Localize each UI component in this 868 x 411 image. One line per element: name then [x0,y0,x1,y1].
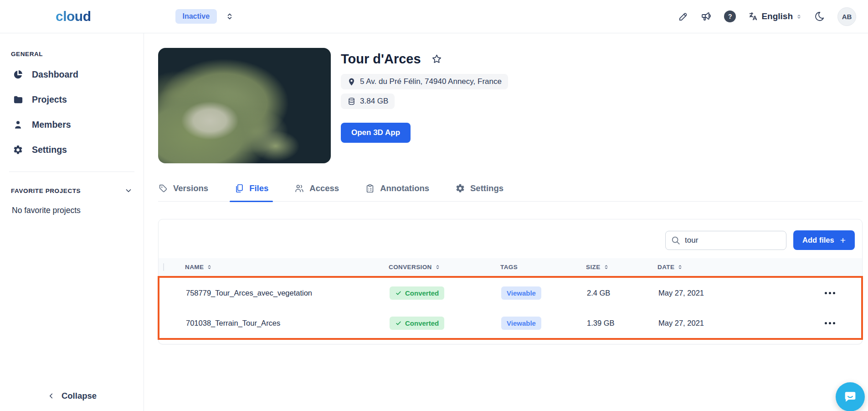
project-address: 5 Av. du Pré Félin, 74940 Annecy, France [360,77,502,86]
project-storage: 3.84 GB [360,97,388,106]
plus-icon: + [840,235,846,245]
project-meta: Tour d'Arces 5 Av. du Pré Félin, 74940 A… [341,48,508,163]
tab-label: Annotations [380,183,429,193]
column-header-name[interactable]: NAME [185,264,389,271]
file-name: 701038_Terrain_Tour_Arces [186,319,390,328]
project-header: Tour d'Arces 5 Av. du Pré Félin, 74940 A… [158,48,863,163]
file-size: 1.39 GB [587,319,658,328]
topbar-actions: ? English AB [678,7,856,26]
sort-icon [677,264,683,270]
gear-icon [455,183,465,193]
sort-icon [206,264,212,270]
tag-badge: Viewable [501,286,541,300]
add-files-label: Add files [802,236,834,245]
workspace-switch-chevrons-icon[interactable] [225,12,234,21]
language-switcher[interactable]: English [748,11,802,21]
check-icon [395,290,402,297]
file-date: May 27, 2021 [658,319,823,328]
add-files-button[interactable]: Add files + [793,230,855,250]
sidebar-item-label: Members [32,120,71,130]
row-actions-menu-icon[interactable] [823,288,837,298]
clipboard-icon [365,183,375,193]
language-chevrons-icon [796,14,802,20]
file-search [665,231,786,250]
topbar: cloud Inactive ? English AB [0,0,868,33]
tab-settings[interactable]: Settings [455,183,503,201]
gear-icon [13,145,23,155]
open-3d-app-button[interactable]: Open 3D App [341,123,411,143]
conversion-status-badge: Converted [390,317,444,330]
column-header-tags: TAGS [500,264,586,271]
tag-icon [158,183,168,193]
sidebar-collapse-button[interactable]: Collapse [0,391,144,401]
person-icon [13,120,23,130]
tab-label: Files [249,183,268,193]
sidebar-item-settings[interactable]: Settings [11,137,133,162]
chat-bubble-icon [843,390,858,404]
chat-widget-button[interactable] [836,382,865,411]
table-row[interactable]: 701038_Terrain_Tour_Arces Converted View… [159,308,861,338]
announcements-megaphone-icon[interactable] [701,11,712,22]
language-icon [748,11,758,21]
sidebar-item-label: Projects [32,94,67,105]
project-tabs: Versions Files Access Annotations Settin… [158,183,863,202]
dark-mode-moon-icon[interactable] [814,11,825,22]
tab-files[interactable]: Files [234,183,268,201]
sort-icon [603,264,609,270]
search-icon [671,235,681,245]
folder-icon [13,94,23,105]
sidebar-section-general: GENERAL [11,51,133,57]
sidebar-item-projects[interactable]: Projects [11,87,133,112]
file-date: May 27, 2021 [658,289,823,297]
map-pin-icon [347,78,356,86]
language-label: English [761,11,793,21]
user-avatar[interactable]: AB [837,7,856,26]
workspace-selector: Inactive [175,9,235,24]
files-panel: Add files + NAME CONVERSION TAGS [158,219,863,344]
page-title: Tour d'Arces [341,52,421,67]
project-thumbnail [158,48,331,163]
status-badge[interactable]: Inactive [175,9,217,24]
app-logo: cloud [56,9,91,24]
favorites-empty-text: No favorite projects [11,206,133,215]
sidebar-item-members[interactable]: Members [11,112,133,137]
column-header-size[interactable]: SIZE [586,264,657,271]
table-row[interactable]: 758779_Tour_Arces_avec_vegetation Conver… [159,278,861,308]
tag-badge: Viewable [501,317,541,330]
files-icon [234,183,244,193]
search-input[interactable] [665,231,786,250]
row-actions-menu-icon[interactable] [823,318,837,328]
tab-access[interactable]: Access [294,183,339,201]
tab-annotations[interactable]: Annotations [365,183,429,201]
table-header: NAME CONVERSION TAGS SIZE DATE [159,258,862,276]
column-header-date[interactable]: DATE [657,264,824,271]
database-icon [347,97,356,106]
sort-icon [435,264,441,270]
sidebar-item-dashboard[interactable]: Dashboard [11,62,133,87]
check-icon [395,320,402,327]
help-icon[interactable]: ? [724,10,736,22]
sidebar-item-label: Settings [32,145,67,155]
tab-label: Settings [470,183,503,193]
select-all-checkbox[interactable] [163,263,164,271]
users-icon [294,183,304,193]
main-content: Tour d'Arces 5 Av. du Pré Félin, 74940 A… [144,33,868,411]
favorites-header: FAVORITE PROJECTS [11,187,133,195]
files-toolbar: Add files + [159,219,862,258]
tab-versions[interactable]: Versions [158,183,208,201]
collapse-label: Collapse [62,391,97,401]
conversion-status-badge: Converted [390,286,444,300]
sidebar-nav: Dashboard Projects Members Settings [11,62,133,162]
sidebar-item-label: Dashboard [32,69,78,80]
file-size: 2.4 GB [587,289,658,297]
tab-label: Versions [173,183,208,193]
column-header-conversion[interactable]: CONVERSION [389,264,500,271]
dashboard-pie-icon [13,69,23,80]
tab-label: Access [309,183,339,193]
project-address-pill: 5 Av. du Pré Félin, 74940 Annecy, France [341,74,508,89]
sidebar-section-favorites: FAVORITE PROJECTS [11,187,81,194]
edit-pencil-icon[interactable] [678,11,688,22]
chevron-down-icon[interactable] [124,187,133,195]
project-storage-pill: 3.84 GB [341,94,395,109]
favorite-star-icon[interactable] [431,53,442,65]
